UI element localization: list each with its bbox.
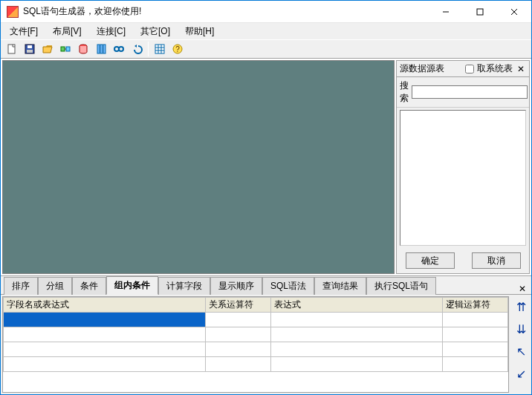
svg-rect-6: [27, 45, 32, 48]
panel-close-icon[interactable]: ✕: [516, 64, 526, 74]
move-up-icon[interactable]: ↖: [513, 344, 528, 359]
help-icon[interactable]: ?: [169, 41, 186, 57]
svg-rect-4: [8, 45, 15, 53]
tab-strip: 排序 分组 条件 组内条件 计算字段 显示顺序 SQL语法 查询结果 执行SQL…: [1, 276, 531, 294]
undo-icon[interactable]: [129, 41, 145, 57]
col-logic[interactable]: 逻辑运算符: [442, 298, 507, 313]
app-icon: [7, 6, 19, 18]
col-expression[interactable]: 表达式: [270, 298, 442, 313]
cell-op[interactable]: [205, 342, 270, 357]
svg-rect-12: [97, 45, 100, 53]
tab-exec[interactable]: 执行SQL语句: [366, 277, 436, 295]
open-icon[interactable]: [39, 41, 56, 57]
cell-logic[interactable]: [442, 357, 507, 372]
menu-help[interactable]: 帮助[H]: [181, 24, 218, 39]
tab-display-order[interactable]: 显示顺序: [210, 277, 262, 295]
ok-button[interactable]: 确定: [406, 252, 455, 269]
svg-rect-7: [27, 50, 33, 53]
search-row: 搜索: [397, 77, 529, 108]
diagram-canvas[interactable]: [2, 60, 395, 274]
tab-group[interactable]: 分组: [38, 277, 72, 295]
cell-field[interactable]: [4, 342, 206, 357]
menu-bar: 文件[F] 布局[V] 连接[C] 其它[O] 帮助[H]: [1, 23, 531, 39]
system-tables-label: 取系统表: [477, 62, 513, 75]
conditions-grid[interactable]: 字段名或表达式 关系运算符 表达式 逻辑运算符: [2, 296, 509, 393]
source-panel-title: 源数据源表: [400, 62, 444, 75]
cancel-button[interactable]: 取消: [472, 252, 521, 269]
toolbar: ?: [1, 39, 531, 59]
cell-logic[interactable]: [442, 342, 507, 357]
close-button[interactable]: [497, 1, 531, 23]
svg-rect-13: [100, 45, 103, 53]
tab-inner-condition[interactable]: 组内条件: [106, 276, 158, 295]
menu-other[interactable]: 其它[O]: [136, 24, 175, 39]
menu-layout[interactable]: 布局[V]: [48, 24, 86, 39]
search-input[interactable]: [412, 85, 528, 99]
svg-rect-1: [477, 9, 483, 15]
cell-logic[interactable]: [442, 313, 507, 327]
source-table-list[interactable]: [400, 110, 526, 246]
svg-rect-8: [61, 47, 65, 51]
title-bar: SQL语句生成器，欢迎你使用!: [1, 1, 531, 23]
source-table-panel: 源数据源表 取系统表 ✕ 搜索 确定 取消: [396, 60, 530, 274]
toolbar-separator: [148, 42, 149, 56]
minimize-button[interactable]: [429, 1, 463, 23]
svg-point-16: [119, 47, 123, 51]
panel-button-row: 确定 取消: [397, 248, 529, 273]
tab-sort[interactable]: 排序: [4, 277, 38, 295]
svg-rect-9: [66, 47, 70, 51]
window-title: SQL语句生成器，欢迎你使用!: [23, 5, 429, 18]
tabstrip-close-icon[interactable]: ✕: [516, 284, 528, 294]
save-icon[interactable]: [22, 41, 38, 57]
cell-field[interactable]: [4, 357, 206, 372]
grid-row[interactable]: [4, 313, 508, 327]
main-area: 源数据源表 取系统表 ✕ 搜索 确定 取消: [1, 59, 531, 275]
grid-row[interactable]: [4, 342, 508, 357]
move-down-icon[interactable]: ↙: [513, 366, 528, 381]
grid-row[interactable]: [4, 327, 508, 342]
link-icon[interactable]: [111, 41, 127, 57]
cell-expr[interactable]: [270, 313, 442, 327]
row-order-buttons: ⇈ ⇊ ↖ ↙: [510, 295, 531, 394]
system-tables-checkbox[interactable]: [465, 65, 474, 74]
maximize-button[interactable]: [463, 1, 497, 23]
col-operator[interactable]: 关系运算符: [205, 298, 270, 313]
col-field[interactable]: 字段名或表达式: [4, 298, 206, 313]
svg-rect-17: [155, 45, 164, 53]
cell-expr[interactable]: [270, 357, 442, 372]
database-icon[interactable]: [75, 41, 91, 57]
grid-wrapper: 字段名或表达式 关系运算符 表达式 逻辑运算符: [1, 294, 531, 394]
grid-row[interactable]: [4, 357, 508, 372]
tab-result[interactable]: 查询结果: [314, 277, 366, 295]
connect-icon[interactable]: [57, 41, 74, 57]
move-top-icon[interactable]: ⇈: [513, 299, 528, 314]
cell-logic[interactable]: [442, 327, 507, 342]
cell-expr[interactable]: [270, 327, 442, 342]
tab-sql[interactable]: SQL语法: [262, 277, 314, 295]
cell-op[interactable]: [205, 313, 270, 327]
cell-op[interactable]: [205, 357, 270, 372]
search-label: 搜索: [400, 79, 409, 105]
cell-op[interactable]: [205, 327, 270, 342]
move-bottom-icon[interactable]: ⇊: [513, 321, 528, 336]
svg-text:?: ?: [175, 45, 180, 53]
new-icon[interactable]: [4, 41, 20, 57]
cell-field[interactable]: [4, 327, 206, 342]
grid-icon[interactable]: [152, 41, 168, 57]
tab-calc[interactable]: 计算字段: [158, 277, 210, 295]
cell-field[interactable]: [4, 313, 206, 327]
columns-icon[interactable]: [93, 41, 109, 57]
svg-rect-14: [103, 45, 106, 53]
bottom-pane: 排序 分组 条件 组内条件 计算字段 显示顺序 SQL语法 查询结果 执行SQL…: [1, 275, 531, 394]
menu-file[interactable]: 文件[F]: [5, 24, 42, 39]
source-panel-header: 源数据源表 取系统表 ✕: [397, 61, 529, 77]
cell-expr[interactable]: [270, 342, 442, 357]
menu-connect[interactable]: 连接[C]: [92, 24, 130, 39]
tab-condition[interactable]: 条件: [72, 277, 106, 295]
